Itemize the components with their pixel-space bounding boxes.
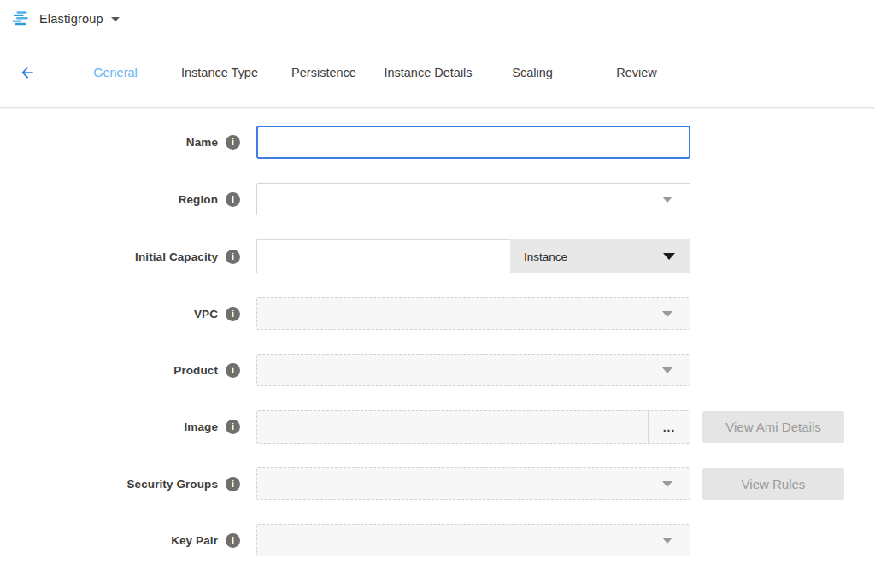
- form-row-security-groups: Security Groups View Rules: [0, 467, 875, 500]
- chevron-down-icon: [662, 481, 672, 487]
- image-label: Image: [184, 420, 218, 433]
- vpc-select: [256, 297, 690, 330]
- vpc-info-icon[interactable]: [226, 307, 240, 321]
- form-row-region: Region: [0, 183, 875, 215]
- product-select: [256, 354, 690, 386]
- initial-capacity-info-icon[interactable]: [226, 250, 240, 264]
- capacity-unit-select[interactable]: Instance: [510, 239, 690, 273]
- tab-general[interactable]: General: [63, 66, 167, 79]
- back-button[interactable]: [18, 63, 37, 82]
- form-row-image: Image ... View Ami Details: [0, 410, 875, 444]
- chevron-down-icon: [662, 311, 672, 317]
- view-ami-details-button[interactable]: View Ami Details: [702, 411, 844, 443]
- form-row-vpc: VPC: [0, 297, 875, 330]
- tab-instance-type[interactable]: Instance Type: [167, 66, 272, 79]
- region-info-icon[interactable]: [226, 192, 240, 207]
- chevron-down-icon: [663, 253, 675, 260]
- initial-capacity-label: Initial Capacity: [135, 250, 218, 263]
- security-groups-info-icon[interactable]: [226, 477, 240, 491]
- app-switcher-caret-icon[interactable]: [111, 17, 120, 21]
- tab-scaling[interactable]: Scaling: [480, 66, 584, 79]
- form-row-name: Name: [0, 126, 875, 159]
- name-input[interactable]: [256, 126, 690, 159]
- product-label: Product: [173, 364, 218, 377]
- tab-list: General Instance Type Persistence Instan…: [63, 66, 689, 79]
- tab-instance-details[interactable]: Instance Details: [376, 66, 480, 79]
- key-pair-select: [256, 524, 690, 556]
- form-row-initial-capacity: Initial Capacity Instance: [0, 239, 875, 273]
- form-row-product: Product: [0, 354, 875, 386]
- view-rules-button[interactable]: View Rules: [702, 468, 844, 500]
- chevron-down-icon: [662, 197, 672, 203]
- chevron-down-icon: [662, 368, 672, 373]
- name-label: Name: [186, 136, 218, 149]
- tab-persistence[interactable]: Persistence: [272, 66, 376, 79]
- region-select[interactable]: [256, 183, 690, 215]
- image-picker-field: ...: [256, 410, 690, 444]
- capacity-unit-value: Instance: [524, 250, 567, 263]
- security-groups-select: [256, 467, 690, 500]
- wizard-tab-bar: General Instance Type Persistence Instan…: [0, 38, 875, 108]
- form-row-key-pair: Key Pair: [0, 524, 875, 556]
- tab-review[interactable]: Review: [584, 66, 689, 79]
- initial-capacity-input[interactable]: [256, 239, 510, 273]
- product-info-icon[interactable]: [226, 363, 240, 378]
- top-bar: Elastigroup: [0, 0, 875, 38]
- image-browse-button[interactable]: ...: [649, 411, 690, 443]
- key-pair-info-icon[interactable]: [226, 533, 240, 548]
- back-arrow-icon: [19, 64, 36, 81]
- image-info-icon[interactable]: [226, 420, 240, 434]
- security-groups-label: Security Groups: [126, 478, 218, 491]
- key-pair-label: Key Pair: [171, 534, 218, 547]
- app-title[interactable]: Elastigroup: [39, 12, 103, 26]
- elastigroup-logo-icon: [12, 9, 31, 28]
- name-info-icon[interactable]: [226, 135, 240, 150]
- region-label: Region: [179, 193, 218, 206]
- chevron-down-icon: [662, 538, 672, 544]
- vpc-label: VPC: [194, 308, 218, 320]
- general-settings-form: Name Region Initial Capacity Ins: [0, 108, 875, 556]
